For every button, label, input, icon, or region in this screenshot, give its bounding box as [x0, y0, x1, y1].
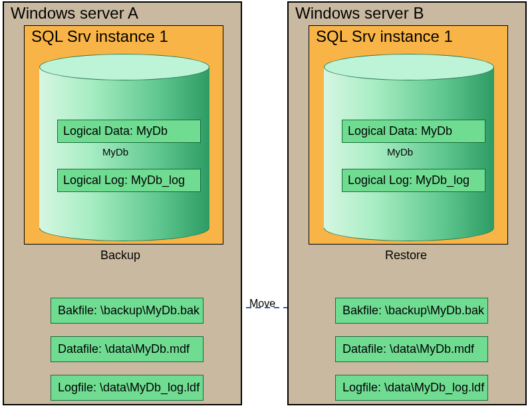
backup-label: Backup	[100, 249, 140, 262]
datafile-a: Datafile: \data\MyDb.mdf	[51, 336, 203, 362]
sql-instance-a-title: SQL Srv instance 1	[31, 27, 168, 46]
diagram-canvas: Move Windows server A SQL Srv instance 1…	[0, 0, 532, 408]
server-a-box: Windows server A SQL Srv instance 1 Logi…	[3, 1, 242, 405]
logical-log-a: Logical Log: MyDb_log	[57, 169, 201, 192]
bakfile-a: Bakfile: \backup\MyDb.bak	[51, 298, 203, 324]
bakfile-b: Bakfile: \backup\MyDb.bak	[335, 298, 488, 324]
logical-log-b: Logical Log: MyDb_log	[342, 169, 485, 192]
db-name-b: MyDb	[387, 146, 413, 157]
server-b-title: Windows server B	[295, 4, 424, 23]
restore-label: Restore	[385, 249, 427, 262]
server-b-box: Windows server B SQL Srv instance 1 Logi…	[287, 1, 527, 405]
move-label: Move	[249, 298, 275, 310]
logfile-a: Logfile: \data\MyDb_log.ldf	[51, 375, 203, 401]
logfile-b: Logfile: \data\MyDb_log.ldf	[335, 375, 488, 401]
logical-data-a: Logical Data: MyDb	[57, 120, 201, 143]
server-a-title: Windows server A	[11, 4, 138, 23]
datafile-b: Datafile: \data\MyDb.mdf	[335, 336, 488, 362]
sql-instance-b-title: SQL Srv instance 1	[316, 27, 453, 46]
db-name-a: MyDb	[102, 146, 128, 157]
logical-data-b: Logical Data: MyDb	[342, 120, 485, 143]
